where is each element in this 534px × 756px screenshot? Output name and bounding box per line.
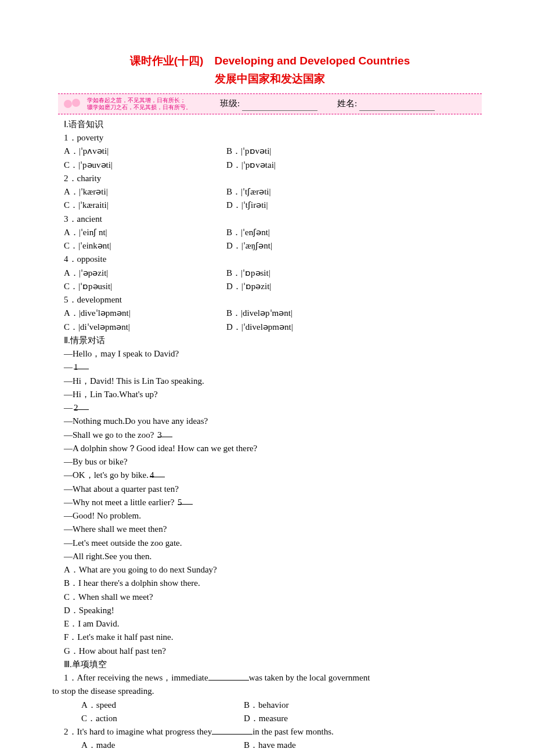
name-label: 姓名: (337, 99, 357, 108)
mc1-stem: 1．After receiving the news，immediatewas … (64, 671, 482, 685)
mc1-opt-a[interactable]: A．speed (81, 699, 244, 712)
choice-d[interactable]: D．Speaking! (64, 604, 482, 617)
q1-opt-d[interactable]: D．|ˈpɒvətai| (226, 159, 276, 172)
dlg-13: —Good! No problem. (64, 509, 482, 523)
q3-word: 3．ancient (64, 213, 482, 226)
q2-opt-c[interactable]: C．|ˈkæraiti| (64, 199, 226, 212)
q1-row1: A．|ˈpʌvəti|B．|ˈpɒvəti| (64, 145, 482, 158)
name-input-line[interactable] (359, 102, 435, 111)
dlg-1: —Hello，may I speak to David? (64, 347, 482, 361)
choice-g[interactable]: G．How about half past ten? (64, 645, 482, 658)
q4-opt-b[interactable]: B．|ˈɒpəsit| (226, 267, 270, 280)
q3-opt-d[interactable]: D．|ˈæŋʃənt| (226, 239, 272, 253)
q3-row2: C．|ˈeinkənt|D．|ˈæŋʃənt| (64, 239, 482, 253)
q2-opt-d[interactable]: D．|ˈtʃirəti| (226, 199, 268, 212)
section-3-heading: Ⅲ.单项填空 (64, 658, 482, 671)
q4-word: 4．opposite (64, 253, 482, 266)
choice-c[interactable]: C．When shall we meet? (64, 591, 482, 604)
motto-text: 学如春起之苗，不见其增，日有所长； 辍学如磨刀之石，不见其损，日有所亏。 (87, 97, 192, 111)
dlg-7: —Shall we go to the zoo? 3 (64, 429, 482, 442)
q3-opt-b[interactable]: B．|ˈenʃənt| (226, 226, 270, 239)
mc2-opt-a[interactable]: A．made (81, 739, 244, 752)
blank-2[interactable]: 2 (74, 401, 89, 410)
dlg-16: —All right.See you then. (64, 550, 482, 563)
q2-opt-a[interactable]: A．|ˈkærəti| (64, 185, 226, 199)
dlg-15: —Let's meet outside the zoo gate. (64, 537, 482, 550)
mc2-opt-b[interactable]: B．have made (244, 739, 296, 752)
mc1-stem-line2: to stop the disease spreading. (52, 685, 482, 698)
dlg-14: —Where shall we meet then? (64, 523, 482, 536)
q4-opt-a[interactable]: A．|ˈəpəzit| (64, 267, 226, 280)
student-fields: 班级: 姓名: (195, 97, 477, 110)
dlg-2: —1 (64, 361, 482, 374)
blank-3[interactable]: 3 (157, 429, 172, 437)
q5-word: 5．development (64, 293, 482, 307)
header-banner: 学如春起之苗，不见其增，日有所长； 辍学如磨刀之石，不见其损，日有所亏。 班级:… (58, 93, 482, 114)
q5-row2: C．|diˈveləpmənt|D．|ˈdiveləpmənt| (64, 321, 482, 334)
mc1-opt-d[interactable]: D．measure (244, 712, 288, 725)
q5-opt-a[interactable]: A．|diveˈləpmənt| (64, 307, 226, 320)
q3-row1: A．|ˈeinʃ nt|B．|ˈenʃənt| (64, 226, 482, 239)
q2-opt-b[interactable]: B．|ˈtʃærəti| (226, 185, 271, 199)
q2-row2: C．|ˈkæraiti|D．|ˈtʃirəti| (64, 199, 482, 212)
class-label: 班级: (220, 99, 240, 108)
q3-opt-a[interactable]: A．|ˈeinʃ nt| (64, 226, 226, 239)
dlg-4: —Hi，Lin Tao.What's up? (64, 388, 482, 401)
mc1-opt-c[interactable]: C．action (81, 712, 244, 725)
q2-row1: A．|ˈkærəti|B．|ˈtʃærəti| (64, 185, 482, 199)
q4-opt-c[interactable]: C．|ˈɒpəusit| (64, 280, 226, 293)
dlg-12: —Why not meet a little earlier? 5 (64, 496, 482, 509)
blank-4[interactable]: 4 (150, 469, 165, 477)
q5-opt-c[interactable]: C．|diˈveləpmənt| (64, 321, 226, 334)
worksheet-body: Ⅰ.语音知识 1．poverty A．|ˈpʌvəti|B．|ˈpɒvəti| … (58, 118, 482, 753)
q4-opt-d[interactable]: D．|ˈɒpəzit| (226, 280, 271, 293)
dlg-5: —2 (64, 401, 482, 415)
section-2-heading: Ⅱ.情景对话 (64, 334, 482, 347)
worksheet-subtitle: 发展中国家和发达国家 (58, 70, 482, 87)
dlg-9: —By bus or bike? (64, 455, 482, 469)
blank-1[interactable]: 1 (74, 361, 89, 369)
dlg-6: —Nothing much.Do you have any ideas? (64, 415, 482, 428)
dlg-3: —Hi，David! This is Lin Tao speaking. (64, 375, 482, 388)
mc2-row1: A．madeB．have made (64, 739, 482, 752)
q2-word: 2．charity (64, 172, 482, 185)
choice-b[interactable]: B．I hear there's a dolphin show there. (64, 577, 482, 590)
flower-icon (63, 96, 84, 111)
mc1-row1: A．speedB．behavior (64, 699, 482, 712)
section-1-heading: Ⅰ.语音知识 (64, 118, 482, 131)
q1-word: 1．poverty (64, 131, 482, 145)
q1-opt-b[interactable]: B．|ˈpɒvəti| (226, 145, 271, 158)
q1-row2: C．|ˈpəuvəti|D．|ˈpɒvətai| (64, 159, 482, 172)
q5-row1: A．|diveˈləpmənt|B．|diveləpˈmənt| (64, 307, 482, 320)
q4-row1: A．|ˈəpəzit|B．|ˈɒpəsit| (64, 267, 482, 280)
mc2-stem: 2．It's hard to imagine what progress the… (64, 725, 482, 739)
q5-opt-b[interactable]: B．|diveləpˈmənt| (226, 307, 293, 320)
worksheet-title: 课时作业(十四) Developing and Developed Countr… (58, 52, 482, 69)
q1-opt-c[interactable]: C．|ˈpəuvəti| (64, 159, 226, 172)
q1-opt-a[interactable]: A．|ˈpʌvəti| (64, 145, 226, 158)
q3-opt-c[interactable]: C．|ˈeinkənt| (64, 239, 226, 253)
mc1-row2: C．actionD．measure (64, 712, 482, 725)
q5-opt-d[interactable]: D．|ˈdiveləpmənt| (226, 321, 293, 334)
choice-a[interactable]: A．What are you going to do next Sunday? (64, 563, 482, 577)
q4-row2: C．|ˈɒpəusit|D．|ˈɒpəzit| (64, 280, 482, 293)
mc2-blank[interactable] (212, 726, 252, 735)
mc1-blank[interactable] (208, 672, 249, 681)
class-input-line[interactable] (242, 102, 317, 111)
dlg-8: —A dolphin show？Good idea! How can we ge… (64, 442, 482, 455)
choice-e[interactable]: E．I am David. (64, 617, 482, 631)
choice-f[interactable]: F．Let's make it half past nine. (64, 631, 482, 644)
dlg-11: —What about a quarter past ten? (64, 483, 482, 496)
mc1-opt-b[interactable]: B．behavior (244, 699, 288, 712)
dlg-10: —OK，let's go by bike.4 (64, 469, 482, 482)
blank-5[interactable]: 5 (178, 496, 193, 505)
